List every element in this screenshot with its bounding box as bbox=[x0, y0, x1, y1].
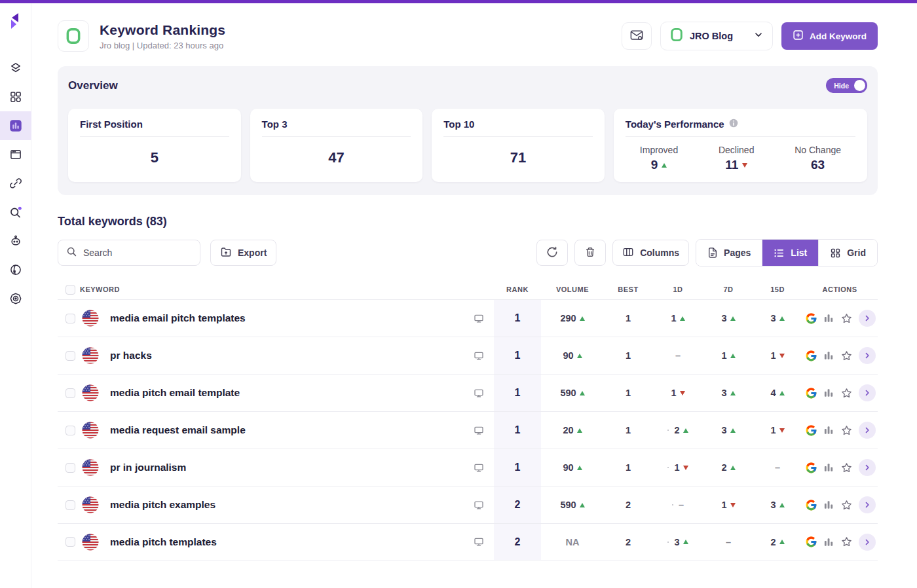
rank-cell: 1 bbox=[494, 412, 541, 449]
keyword-text[interactable]: media pitch templates bbox=[110, 536, 464, 548]
row-checkbox[interactable] bbox=[66, 426, 75, 435]
keyword-text[interactable]: pr in journalism bbox=[110, 462, 464, 473]
robot-icon bbox=[9, 234, 22, 248]
star-icon[interactable] bbox=[840, 312, 853, 325]
rank-cell: 1 bbox=[494, 375, 541, 411]
us-flag-icon bbox=[82, 310, 110, 327]
project-selector-label: JRO Blog bbox=[690, 31, 733, 41]
view-button-pages[interactable]: Pages bbox=[696, 240, 762, 266]
row-checkbox[interactable] bbox=[66, 388, 75, 398]
hide-toggle[interactable]: Hide bbox=[826, 78, 867, 93]
keyword-text[interactable]: pr hacks bbox=[110, 350, 464, 361]
best-cell: 1 bbox=[604, 425, 652, 435]
view-button-list[interactable]: List bbox=[762, 240, 818, 266]
change-1d-cell: – bbox=[652, 350, 703, 361]
view-switcher: PagesListGrid bbox=[696, 239, 878, 266]
row-expand-button[interactable] bbox=[859, 310, 876, 327]
keyword-text[interactable]: media pitch examples bbox=[110, 499, 464, 511]
change-1d-cell: 3 bbox=[652, 537, 703, 547]
google-icon[interactable] bbox=[805, 536, 817, 548]
star-icon[interactable] bbox=[840, 424, 853, 437]
select-all-checkbox[interactable] bbox=[66, 285, 75, 295]
sidebar-item-bar-chart[interactable] bbox=[0, 111, 31, 140]
row-checkbox[interactable] bbox=[66, 537, 75, 547]
search-input[interactable] bbox=[83, 248, 192, 258]
chart-bars-icon[interactable] bbox=[823, 425, 834, 435]
change-15d-cell: 4 bbox=[753, 388, 802, 398]
up-arrow-icon bbox=[779, 503, 785, 507]
sidebar-item-target[interactable] bbox=[0, 284, 31, 313]
refresh-button[interactable] bbox=[536, 240, 568, 266]
table-row: media pitch examples25902–13 bbox=[58, 486, 878, 523]
row-checkbox[interactable] bbox=[66, 463, 75, 473]
change-15d-cell: 2 bbox=[753, 537, 802, 547]
view-button-grid[interactable]: Grid bbox=[818, 240, 877, 266]
table-row: pr hacks1901–11 bbox=[58, 337, 878, 374]
up-arrow-icon bbox=[779, 316, 785, 321]
performance-metric: Improved9 bbox=[640, 145, 678, 172]
sidebar-item-link[interactable] bbox=[0, 169, 31, 198]
sidebar-item-dashboard[interactable] bbox=[0, 83, 31, 111]
row-expand-button[interactable] bbox=[859, 422, 876, 439]
keyword-text[interactable]: media pitch email template bbox=[110, 387, 464, 399]
up-arrow-icon bbox=[779, 540, 785, 544]
google-icon[interactable] bbox=[805, 424, 817, 437]
metric-label: Improved bbox=[640, 145, 678, 155]
rank-cell: 1 bbox=[494, 337, 541, 374]
volume-cell: 590 bbox=[541, 388, 604, 398]
rank-cell: 2 bbox=[494, 487, 541, 523]
row-expand-button[interactable] bbox=[859, 496, 876, 513]
sidebar-item-search-dot[interactable] bbox=[0, 198, 31, 227]
table-row: media request email sample1201231 bbox=[58, 411, 878, 449]
project-selector-dropdown[interactable]: JRO Blog bbox=[660, 22, 773, 50]
stat-card-value: 5 bbox=[80, 149, 229, 166]
star-icon[interactable] bbox=[840, 536, 853, 548]
chart-bars-icon[interactable] bbox=[823, 388, 834, 398]
total-keywords-title: Total keywords (83) bbox=[58, 215, 878, 229]
delete-button[interactable] bbox=[574, 240, 606, 266]
row-expand-button[interactable] bbox=[859, 384, 876, 401]
star-icon[interactable] bbox=[840, 462, 853, 474]
star-icon[interactable] bbox=[840, 499, 853, 511]
chart-bars-icon[interactable] bbox=[823, 350, 834, 361]
change-1d-cell: 1 bbox=[652, 462, 703, 473]
email-settings-button[interactable] bbox=[622, 22, 652, 50]
add-keyword-button[interactable]: Add Keyword bbox=[781, 22, 878, 50]
sidebar-item-sphere[interactable] bbox=[0, 255, 31, 284]
chart-bars-icon[interactable] bbox=[823, 537, 834, 547]
row-checkbox[interactable] bbox=[66, 314, 75, 323]
chart-bars-icon[interactable] bbox=[823, 500, 834, 510]
sidebar-item-layers[interactable] bbox=[0, 54, 31, 83]
google-icon[interactable] bbox=[805, 462, 817, 474]
us-flag-icon bbox=[82, 347, 110, 364]
export-button[interactable]: Export bbox=[210, 240, 276, 266]
keyword-text[interactable]: media email pitch templates bbox=[110, 312, 464, 324]
row-expand-button[interactable] bbox=[859, 534, 876, 551]
star-icon[interactable] bbox=[840, 350, 853, 362]
google-icon[interactable] bbox=[805, 312, 817, 325]
brand-logo-icon[interactable] bbox=[7, 12, 25, 34]
row-expand-button[interactable] bbox=[859, 459, 876, 476]
column-header-volume: VOLUME bbox=[541, 285, 604, 293]
info-icon[interactable] bbox=[729, 119, 738, 130]
mail-settings-icon bbox=[629, 29, 644, 44]
google-icon[interactable] bbox=[805, 350, 817, 362]
row-checkbox[interactable] bbox=[66, 500, 75, 510]
row-expand-button[interactable] bbox=[859, 347, 876, 364]
google-icon[interactable] bbox=[805, 387, 817, 399]
google-icon[interactable] bbox=[805, 499, 817, 511]
overview-title: Overview bbox=[68, 79, 118, 92]
sidebar-item-robot[interactable] bbox=[0, 227, 31, 255]
row-checkbox[interactable] bbox=[66, 351, 75, 361]
stat-card-first-position: First Position 5 bbox=[68, 109, 241, 182]
chart-bars-icon[interactable] bbox=[823, 462, 834, 473]
columns-button[interactable]: Columns bbox=[612, 240, 689, 266]
performance-card: Today's Performance Improved9Declined11N… bbox=[614, 109, 867, 182]
sidebar-item-browser[interactable] bbox=[0, 140, 31, 169]
chart-bars-icon[interactable] bbox=[823, 313, 834, 323]
change-1d-cell: 1 bbox=[652, 313, 703, 323]
keywords-toolbar: Export bbox=[58, 239, 878, 266]
star-icon[interactable] bbox=[840, 387, 853, 399]
up-arrow-icon bbox=[680, 316, 685, 321]
keyword-text[interactable]: media request email sample bbox=[110, 424, 464, 436]
